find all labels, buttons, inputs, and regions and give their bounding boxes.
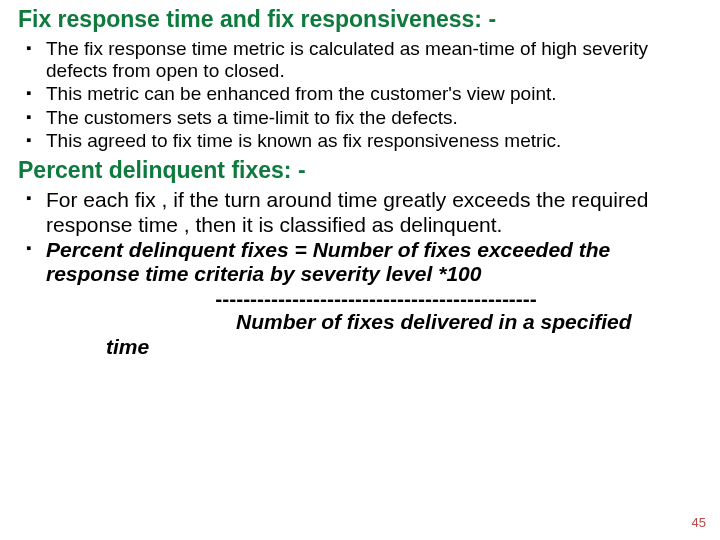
formula-star: *100 bbox=[438, 262, 481, 285]
bullets-section2: For each fix , if the turn around time g… bbox=[8, 188, 712, 359]
page-number: 45 bbox=[692, 515, 706, 530]
heading-fix-response: Fix response time and fix responsiveness… bbox=[18, 6, 712, 34]
list-item: This agreed to fix time is known as fix … bbox=[46, 130, 706, 152]
formula-item: Percent delinquent fixes = Number of fix… bbox=[46, 238, 706, 359]
formula-divider: ----------------------------------------… bbox=[46, 287, 706, 310]
list-item: The fix response time metric is calculat… bbox=[46, 38, 706, 83]
formula-lead: Percent delinquent fixes = bbox=[46, 238, 313, 261]
slide: Fix response time and fix responsiveness… bbox=[0, 0, 720, 540]
heading-percent-delinquent: Percent delinquent fixes: - bbox=[18, 157, 712, 185]
formula-tail: time bbox=[106, 334, 706, 359]
formula-denominator: Number of fixes delivered in a specified bbox=[236, 310, 706, 334]
list-item: The customers sets a time-limit to fix t… bbox=[46, 107, 706, 129]
bullets-section1: The fix response time metric is calculat… bbox=[8, 38, 712, 153]
list-item: For each fix , if the turn around time g… bbox=[46, 188, 706, 237]
list-item: This metric can be enhanced from the cus… bbox=[46, 83, 706, 105]
